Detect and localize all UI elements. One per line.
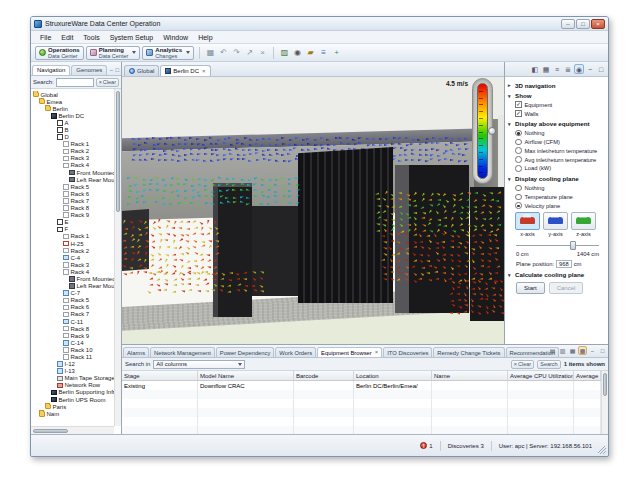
tree-item-rack-10[interactable]: Rack 10 [31, 346, 114, 353]
tree-item-rack-8[interactable]: Rack 8 [31, 205, 114, 212]
tree-item-rack-2[interactable]: Rack 2 [31, 148, 114, 155]
close-tab-icon[interactable]: × [202, 69, 206, 74]
menu-system-setup[interactable]: System Setup [105, 33, 159, 42]
tree-item-paris[interactable]: Paris [31, 403, 114, 410]
delete-icon[interactable]: × [257, 47, 268, 58]
table-settings-icon[interactable]: ▩ [578, 346, 587, 355]
editor-tab-global[interactable]: Global [124, 65, 159, 76]
menu-window[interactable]: Window [158, 33, 193, 42]
menu-edit[interactable]: Edit [56, 33, 78, 42]
tree-item-rack-9[interactable]: Rack 9 [31, 332, 114, 339]
tree-horizontal-scrollbar[interactable] [31, 426, 114, 434]
radio-nothing[interactable]: Nothing [515, 185, 605, 192]
clear-all-icon[interactable]: ▤ [548, 346, 557, 355]
column-header[interactable]: Name [432, 371, 508, 380]
bottom-tab-equipment-browser[interactable]: Equipment Browser× [317, 347, 382, 357]
server-rack[interactable] [252, 206, 299, 296]
pin-icon[interactable]: ↗ [244, 47, 255, 58]
layers-icon[interactable]: ≡ [318, 47, 329, 58]
tree-item-b[interactable]: B [31, 126, 114, 133]
tree-item-berlin[interactable]: Berlin [31, 105, 114, 112]
tab-navigation[interactable]: Navigation [32, 65, 70, 75]
redo-icon[interactable]: ↷ [231, 47, 242, 58]
3d-orb-icon[interactable]: ◉ [574, 64, 584, 74]
tree-item-rack-7[interactable]: Rack 7 [31, 197, 114, 204]
column-header[interactable]: Stage [122, 371, 198, 380]
close-tab-icon[interactable]: × [375, 350, 379, 355]
tree-item-rack-6[interactable]: Rack 6 [31, 190, 114, 197]
tree-item-a[interactable]: A [31, 119, 114, 126]
tree-item-rack-6[interactable]: Rack 6 [31, 304, 114, 311]
minimize-panel-icon[interactable]: − [588, 346, 597, 355]
perspective-operations[interactable]: OperationsData Center [35, 46, 84, 60]
tree-item-c-14[interactable]: C-14 [31, 339, 114, 346]
checkbox-walls[interactable]: ✓Walls [515, 110, 605, 117]
tree-item-rack-2[interactable]: Rack 2 [31, 247, 114, 254]
menu-tools[interactable]: Tools [78, 33, 104, 42]
tree-item-global[interactable]: Global [31, 91, 114, 98]
tree-item-front-mounted[interactable]: Front Mounted [31, 169, 114, 176]
tab-genomes[interactable]: Genomes [71, 65, 107, 75]
select-columns-icon[interactable]: ▥ [558, 346, 567, 355]
x-axis-button[interactable] [515, 212, 540, 230]
radio-load-kw[interactable]: Load (kW) [515, 165, 605, 172]
column-header[interactable]: Location [354, 371, 432, 380]
tree-item-rack-1[interactable]: Rack 1 [31, 233, 114, 240]
details-view-icon[interactable]: ≣ [563, 64, 573, 74]
section-display-cooling-plane[interactable]: ▾ Display cooling plane [508, 175, 605, 182]
minimize-panel-icon[interactable]: − [110, 67, 114, 73]
tree-item-c-11[interactable]: C-11 [31, 318, 114, 325]
checkbox-equipment[interactable]: ✓Equipment [515, 101, 605, 108]
radio-nothing[interactable]: Nothing [515, 130, 605, 137]
section-show[interactable]: ▾ Show [508, 92, 605, 99]
save-icon[interactable]: ▦ [205, 47, 216, 58]
tree-vertical-scrollbar[interactable] [114, 89, 121, 426]
bottom-tab-remedy-change-tickets[interactable]: Remedy Change Tickets [433, 347, 504, 357]
tree-item-rack-3[interactable]: Rack 3 [31, 261, 114, 268]
section-3d-navigation[interactable]: ▸ 3D navigation [508, 82, 605, 89]
tree-item-berlin-supporting-infrastru[interactable]: Berlin Supporting Infrastru [31, 389, 114, 396]
view-orientation-icon[interactable]: ◧ [530, 64, 540, 74]
start-button[interactable]: Start [516, 282, 545, 294]
camera-icon[interactable]: ◉ [292, 47, 303, 58]
table-search-button[interactable]: Search [537, 360, 560, 369]
column-header[interactable]: Average CPU Utilization ... [508, 371, 574, 380]
tree-item-front-mounted[interactable]: Front Mounted [31, 275, 114, 282]
perspective-planning[interactable]: PlanningData Center [86, 46, 141, 60]
search-clear-button[interactable]: ×Clear [96, 78, 119, 87]
tree-item-rack-8[interactable]: Rack 8 [31, 325, 114, 332]
radio-airflow-cfm[interactable]: Airflow (CFM) [515, 139, 605, 146]
bottom-tab-ito-discoveries[interactable]: ITO Discoveries [383, 347, 432, 357]
tree-item-nam[interactable]: Nam [31, 410, 114, 417]
scale-handle[interactable] [488, 127, 496, 135]
radio-avg-inlet-return-temperature[interactable]: Avg inlet/return temperature [515, 156, 605, 163]
tree-item-emea[interactable]: Emea [31, 98, 114, 105]
column-header[interactable]: Model Name [198, 371, 294, 380]
tree-item-rack-7[interactable]: Rack 7 [31, 311, 114, 318]
columns-select[interactable]: All columns [153, 360, 245, 369]
table-vertical-scrollbar[interactable] [601, 371, 608, 434]
tree-item-rack-1[interactable]: Rack 1 [31, 141, 114, 148]
editor-tab-berlin-dc[interactable]: Berlin DC× [160, 65, 210, 76]
bottom-tab-work-orders[interactable]: Work Orders [275, 347, 316, 357]
minimize-panel-icon[interactable]: − [585, 64, 595, 74]
server-rack[interactable] [395, 165, 469, 313]
bottom-tab-alarms[interactable]: Alarms [123, 347, 149, 357]
export-image-icon[interactable]: ▨ [279, 47, 290, 58]
tree-item-network-row[interactable]: Network Row [31, 382, 114, 389]
y-axis-button[interactable] [543, 212, 568, 230]
tree-item-rack-5[interactable]: Rack 5 [31, 183, 114, 190]
tree-item-e[interactable]: E [31, 219, 114, 226]
export-table-icon[interactable]: ▦ [568, 346, 577, 355]
table-row[interactable]: ExistingDownflow CRACBerlin DC/Berlin/Em… [122, 381, 601, 390]
column-header[interactable]: Barcode [294, 371, 354, 380]
section-display-above-equipment[interactable]: ▾ Display above equipment [508, 120, 605, 127]
menu-file[interactable]: File [35, 33, 56, 42]
tree-item-f[interactable]: F [31, 226, 114, 233]
tree-item-left-rear-moun[interactable]: Left Rear Moun [31, 283, 114, 290]
tree-item-rack-4[interactable]: Rack 4 [31, 162, 114, 169]
bottom-tab-power-dependency[interactable]: Power Dependency [216, 347, 275, 357]
tree-item-rack-3[interactable]: Rack 3 [31, 155, 114, 162]
tree-item-h-25[interactable]: H-25 [31, 240, 114, 247]
perspective-analytics[interactable]: AnalyticsChanges [142, 46, 194, 60]
